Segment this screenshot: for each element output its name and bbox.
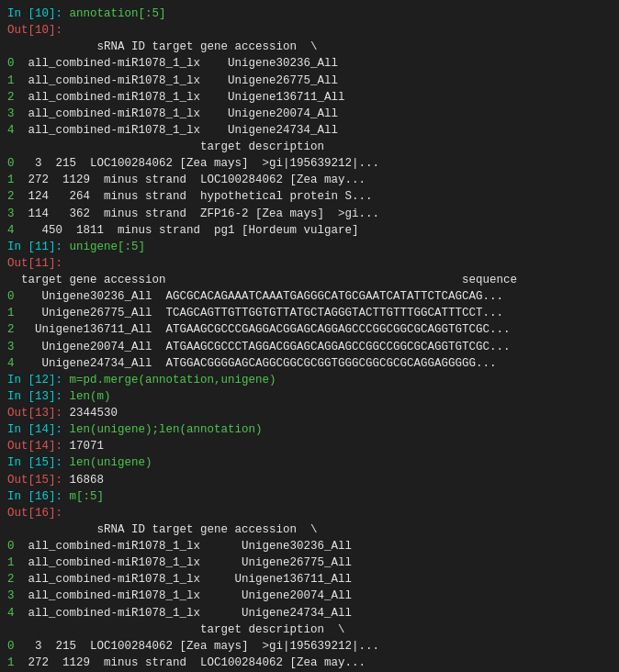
row-index: 3	[7, 107, 15, 120]
terminal-line: Out[10]:	[7, 22, 612, 39]
row-index: 0	[7, 290, 15, 303]
terminal-line: 3 114 362 minus strand ZFP16-2 [Zea mays…	[7, 206, 612, 222]
row-data: all_combined-miR1078_1_lx Unigene26775_A…	[15, 556, 353, 569]
out-value: 17071	[70, 440, 105, 453]
terminal-line: 0 all_combined-miR1078_1_lx Unigene30236…	[7, 538, 612, 554]
in-code: m[:5]	[70, 490, 105, 503]
row-data: Unigene136711_All ATGAAGCGCCCGAGGACGGAGC…	[15, 323, 511, 336]
terminal-line: 0 3 215 LOC100284062 [Zea mays] >gi|1956…	[7, 638, 612, 655]
terminal-line: 1 272 1129 minus strand LOC100284062 [Ze…	[7, 172, 612, 188]
row-index: 4	[7, 357, 15, 370]
row-index: 0	[7, 157, 15, 170]
out-value: 16868	[70, 474, 105, 487]
row-data: Unigene26775_All TCAGCAGTTGTTGGTGTTATGCT…	[15, 307, 504, 319]
terminal-line: Out[14]: 17071	[7, 438, 612, 454]
in-prompt: In [15]:	[7, 456, 70, 469]
table-header: target description \	[7, 623, 345, 636]
terminal-line: sRNA ID target gene accession \	[7, 521, 612, 538]
in-code: len(unigene)	[70, 456, 152, 469]
row-data: all_combined-miR1078_1_lx Unigene136711_…	[15, 573, 353, 586]
row-index: 1	[7, 74, 15, 87]
row-data: Unigene24734_All ATGGACGGGGAGCAGGCGGCGCG…	[15, 357, 497, 370]
in-prompt: In [14]:	[7, 423, 70, 436]
row-index: 1	[7, 307, 15, 319]
terminal-line: 3 all_combined-miR1078_1_lx Unigene20074…	[7, 588, 612, 604]
row-data: 3 215 LOC100284062 [Zea mays] >gi|195639…	[15, 157, 380, 170]
table-header: sRNA ID target gene accession \	[7, 40, 318, 53]
terminal-line: sRNA ID target gene accession \	[7, 39, 612, 55]
table-header: target description	[7, 140, 324, 153]
row-index: 1	[7, 556, 15, 569]
terminal-line: 2 124 264 minus strand hypothetical prot…	[7, 188, 612, 205]
in-code: unigene[:5]	[70, 241, 146, 253]
row-data: 114 362 minus strand ZFP16-2 [Zea mays] …	[15, 207, 380, 220]
row-data: Unigene20074_All ATGAAGCGCCCTAGGACGGAGCA…	[15, 341, 511, 353]
terminal-line: 4 all_combined-miR1078_1_lx Unigene24734…	[7, 605, 612, 622]
row-index: 2	[7, 91, 15, 104]
row-index: 4	[7, 224, 15, 237]
in-code: len(unigene);len(annotation)	[70, 423, 263, 436]
terminal-line: In [15]: len(unigene)	[7, 454, 612, 471]
terminal-line: Out[16]:	[7, 505, 612, 521]
in-code: m=pd.merge(annotation,unigene)	[70, 374, 276, 386]
terminal-line: 2 Unigene136711_All ATGAAGCGCCCGAGGACGGA…	[7, 321, 612, 338]
terminal-line: 0 3 215 LOC100284062 [Zea mays] >gi|1956…	[7, 155, 612, 172]
terminal-line: In [16]: m[:5]	[7, 488, 612, 505]
terminal-line: 3 all_combined-miR1078_1_lx Unigene20074…	[7, 106, 612, 122]
terminal-line: 1 Unigene26775_All TCAGCAGTTGTTGGTGTTATG…	[7, 305, 612, 321]
terminal-line: target description	[7, 139, 612, 155]
row-index: 0	[7, 640, 15, 653]
terminal-line: 4 450 1811 minus strand pg1 [Hordeum vul…	[7, 222, 612, 239]
row-data: 124 264 minus strand hypothetical protei…	[15, 190, 373, 203]
terminal-line: 1 all_combined-miR1078_1_lx Unigene26775…	[7, 554, 612, 571]
row-index: 2	[7, 573, 15, 586]
terminal-line: 2 all_combined-miR1078_1_lx Unigene13671…	[7, 571, 612, 588]
in-prompt: In [13]:	[7, 390, 70, 403]
terminal-line: 0 Unigene30236_All AGCGCACAGAAATCAAATGAG…	[7, 288, 612, 305]
terminal-line: 0 all_combined-miR1078_1_lx Unigene30236…	[7, 55, 612, 72]
row-data: 272 1129 minus strand LOC100284062 [Zea …	[15, 174, 366, 186]
terminal-line: In [10]: annotation[:5]	[7, 6, 612, 22]
out-value: 2344530	[70, 407, 118, 420]
out-prompt: Out[15]:	[7, 474, 70, 487]
row-index: 4	[7, 124, 15, 137]
row-data: 3 215 LOC100284062 [Zea mays] >gi|195639…	[15, 640, 380, 653]
terminal-line: In [11]: unigene[:5]	[7, 239, 612, 255]
row-index: 0	[7, 57, 15, 70]
row-data: all_combined-miR1078_1_lx Unigene20074_A…	[15, 589, 353, 602]
row-data: all_combined-miR1078_1_lx Unigene30236_A…	[15, 540, 353, 553]
in-code: len(m)	[70, 390, 111, 403]
row-data: all_combined-miR1078_1_lx Unigene30236_A…	[15, 57, 339, 70]
in-prompt: In [10]:	[7, 7, 70, 20]
terminal-line: In [12]: m=pd.merge(annotation,unigene)	[7, 372, 612, 388]
terminal-line: In [14]: len(unigene);len(annotation)	[7, 421, 612, 438]
row-data: all_combined-miR1078_1_lx Unigene20074_A…	[15, 107, 339, 120]
in-code: annotation[:5]	[70, 7, 166, 20]
row-index: 2	[7, 190, 15, 203]
in-prompt: In [16]:	[7, 490, 70, 503]
terminal-output: In [10]: annotation[:5]Out[10]: sRNA ID …	[7, 6, 612, 672]
table-header: target gene accession sequence	[7, 274, 517, 286]
row-index: 3	[7, 207, 15, 220]
in-prompt: In [12]:	[7, 374, 70, 386]
terminal-line: 4 Unigene24734_All ATGGACGGGGAGCAGGCGGCG…	[7, 355, 612, 372]
row-index: 4	[7, 607, 15, 620]
row-data: all_combined-miR1078_1_lx Unigene26775_A…	[15, 74, 339, 87]
table-header: sRNA ID target gene accession \	[7, 523, 318, 536]
out-prompt: Out[13]:	[7, 407, 70, 420]
terminal-line: target description \	[7, 622, 612, 638]
row-index: 1	[7, 656, 15, 669]
row-index: 3	[7, 341, 15, 353]
row-data: 450 1811 minus strand pg1 [Hordeum vulga…	[15, 224, 359, 237]
terminal-line: Out[15]: 16868	[7, 472, 612, 488]
row-data: all_combined-miR1078_1_lx Unigene136711_…	[15, 91, 345, 104]
terminal-line: 3 Unigene20074_All ATGAAGCGCCCTAGGACGGAG…	[7, 339, 612, 355]
terminal-line: Out[13]: 2344530	[7, 405, 612, 421]
row-index: 1	[7, 174, 15, 186]
terminal-line: 2 all_combined-miR1078_1_lx Unigene13671…	[7, 89, 612, 106]
row-index: 2	[7, 323, 15, 336]
row-data: Unigene30236_All AGCGCACAGAAATCAAATGAGGG…	[15, 290, 504, 303]
row-data: all_combined-miR1078_1_lx Unigene24734_A…	[15, 124, 339, 137]
row-index: 3	[7, 589, 15, 602]
out-prompt: Out[14]:	[7, 440, 70, 453]
